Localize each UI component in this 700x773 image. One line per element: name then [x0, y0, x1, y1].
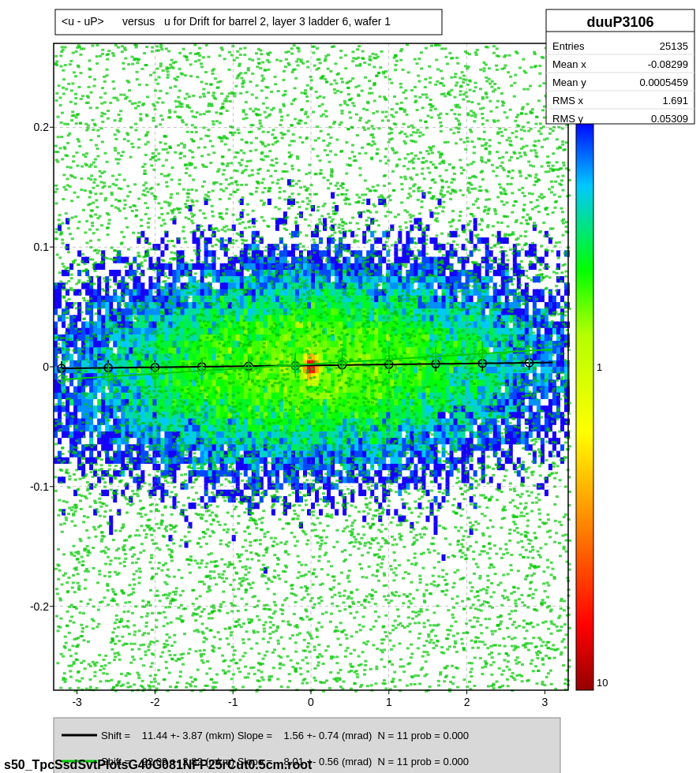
plot-canvas	[0, 0, 700, 773]
main-container: <u - uP> versus u for Drift for barrel 2…	[0, 0, 700, 773]
